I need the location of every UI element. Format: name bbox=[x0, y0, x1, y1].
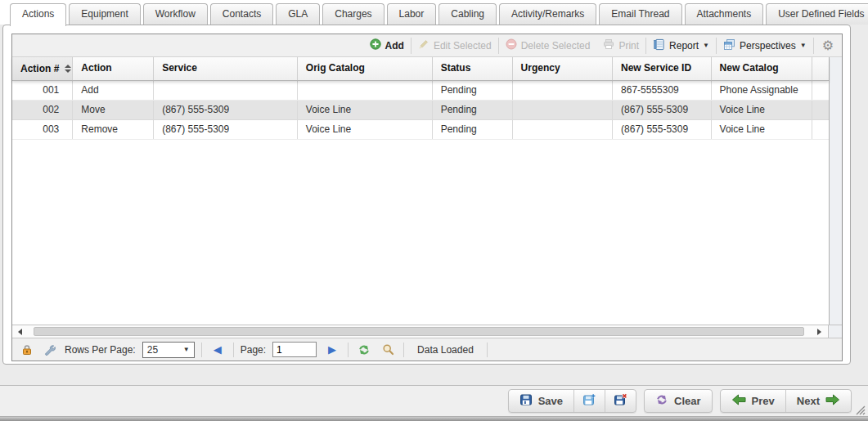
column-header-new-service-id[interactable]: New Service ID bbox=[613, 57, 712, 80]
save-and-close-button[interactable] bbox=[605, 390, 636, 412]
add-icon bbox=[370, 38, 381, 52]
edit-selected-button[interactable]: Edit Selected bbox=[412, 34, 498, 56]
cell-filler bbox=[812, 101, 829, 119]
edit-selected-label: Edit Selected bbox=[434, 40, 492, 52]
page-input[interactable] bbox=[272, 342, 317, 357]
cell-action: Remove bbox=[73, 120, 154, 139]
table-row[interactable]: 003 Remove (867) 555-5309 Voice Line Pen… bbox=[12, 120, 829, 140]
clear-button-label: Clear bbox=[674, 395, 701, 407]
tab-user-defined-fields[interactable]: User Defined Fields bbox=[766, 3, 868, 25]
tab-content-panel: Add Edit Selected Delete Selected bbox=[2, 25, 851, 365]
tab-labor[interactable]: Labor bbox=[387, 3, 437, 25]
pager-separator bbox=[348, 343, 349, 357]
save-icon bbox=[519, 393, 533, 409]
table-row[interactable]: 001 Add Pending 867-5555309 Phone Assign… bbox=[12, 81, 829, 101]
window-bottom-edge bbox=[0, 416, 868, 421]
grid-toolbar: Add Edit Selected Delete Selected bbox=[12, 34, 842, 57]
tab-activity-remarks[interactable]: Activity/Remarks bbox=[499, 3, 596, 25]
print-button[interactable]: Print bbox=[596, 34, 645, 56]
clear-button[interactable]: Clear bbox=[645, 390, 712, 412]
cell-action-num: 002 bbox=[12, 101, 73, 119]
grid-middle: Action # Action Service Orig Catalog Sta… bbox=[12, 57, 842, 325]
cell-action-num: 003 bbox=[12, 120, 73, 139]
perspectives-label: Perspectives bbox=[740, 40, 796, 52]
prev-button-label: Prev bbox=[752, 395, 775, 407]
next-page-arrow[interactable]: ▶ bbox=[323, 344, 341, 355]
tab-cabling[interactable]: Cabling bbox=[438, 3, 497, 25]
rows-per-page-select[interactable]: 25 ▼ bbox=[142, 342, 195, 358]
scroll-left-arrow[interactable] bbox=[18, 329, 22, 335]
cell-new-catalog: Voice Line bbox=[712, 120, 812, 139]
tab-equipment[interactable]: Equipment bbox=[69, 3, 140, 25]
grid-body: 001 Add Pending 867-5555309 Phone Assign… bbox=[12, 81, 829, 325]
delete-icon bbox=[506, 38, 517, 52]
save-button-group: Save bbox=[508, 389, 636, 413]
column-header-status[interactable]: Status bbox=[433, 57, 513, 80]
refresh-icon[interactable] bbox=[355, 343, 373, 356]
clear-icon bbox=[655, 393, 668, 409]
save-button[interactable]: Save bbox=[509, 390, 574, 412]
column-header-service[interactable]: Service bbox=[154, 57, 298, 80]
add-button[interactable]: Add bbox=[363, 34, 411, 56]
tab-actions[interactable]: Actions bbox=[10, 3, 66, 26]
cell-orig-catalog: Voice Line bbox=[298, 120, 433, 139]
column-header-urgency[interactable]: Urgency bbox=[513, 57, 613, 80]
tab-contacts[interactable]: Contacts bbox=[210, 3, 273, 25]
actions-grid: Add Edit Selected Delete Selected bbox=[11, 34, 843, 361]
gear-icon: ⚙ bbox=[822, 39, 834, 52]
save-and-new-button[interactable] bbox=[574, 390, 605, 412]
column-header-new-catalog[interactable]: New Catalog bbox=[712, 57, 812, 80]
tab-bar: Actions Equipment Workflow Contacts GLA … bbox=[10, 3, 868, 26]
tab-workflow[interactable]: Workflow bbox=[143, 3, 208, 25]
pager-separator bbox=[233, 343, 234, 357]
horizontal-scrollbar-thumb[interactable] bbox=[34, 327, 804, 336]
tab-charges[interactable]: Charges bbox=[322, 3, 384, 25]
pager-separator bbox=[201, 343, 202, 357]
cell-status: Pending bbox=[433, 101, 513, 119]
prev-next-button-group: Prev Next bbox=[720, 389, 852, 413]
wrench-icon[interactable] bbox=[42, 344, 58, 356]
report-icon bbox=[653, 38, 665, 53]
prev-page-arrow[interactable]: ◀ bbox=[209, 344, 227, 355]
delete-selected-button[interactable]: Delete Selected bbox=[499, 34, 597, 56]
cell-new-service-id: (867) 555-5309 bbox=[613, 120, 712, 139]
vertical-scrollbar-track[interactable] bbox=[829, 57, 842, 325]
horizontal-scrollbar bbox=[12, 325, 842, 338]
footer-button-bar: Save Clear Prev Next bbox=[0, 385, 868, 416]
cell-orig-catalog: Voice Line bbox=[298, 101, 433, 119]
rows-per-page-label: Rows Per Page: bbox=[65, 344, 136, 356]
cell-service: (867) 555-5309 bbox=[154, 101, 298, 119]
tab-email-thread[interactable]: Email Thread bbox=[599, 3, 681, 25]
save-close-icon bbox=[614, 393, 627, 409]
cell-service bbox=[154, 81, 298, 100]
grid-settings-button[interactable]: ⚙ bbox=[814, 34, 842, 56]
search-icon[interactable] bbox=[380, 343, 397, 356]
add-button-label: Add bbox=[385, 40, 404, 52]
page-label: Page: bbox=[241, 344, 266, 356]
save-plus-icon bbox=[582, 393, 596, 409]
cell-orig-catalog bbox=[298, 81, 433, 100]
perspectives-icon bbox=[723, 38, 735, 53]
lock-icon[interactable] bbox=[19, 344, 35, 356]
column-header-action[interactable]: Action bbox=[73, 57, 154, 80]
column-header-action-num[interactable]: Action # bbox=[12, 57, 73, 80]
cell-new-catalog: Phone Assignable bbox=[712, 81, 812, 100]
tab-attachments[interactable]: Attachments bbox=[685, 3, 764, 25]
prev-button[interactable]: Prev bbox=[721, 390, 786, 412]
report-label: Report bbox=[669, 40, 699, 52]
next-button[interactable]: Next bbox=[786, 390, 851, 412]
delete-selected-label: Delete Selected bbox=[521, 40, 591, 52]
cell-action: Add bbox=[73, 81, 154, 100]
table-row[interactable]: 002 Move (867) 555-5309 Voice Line Pendi… bbox=[12, 101, 829, 120]
cell-urgency bbox=[513, 101, 613, 119]
column-header-orig-catalog[interactable]: Orig Catalog bbox=[298, 57, 433, 80]
grid-table: Action # Action Service Orig Catalog Sta… bbox=[12, 57, 829, 325]
grid-header-row: Action # Action Service Orig Catalog Sta… bbox=[12, 57, 829, 81]
perspectives-dropdown-button[interactable]: Perspectives ▼ bbox=[717, 34, 813, 56]
column-header-filler bbox=[812, 57, 829, 80]
tab-gla[interactable]: GLA bbox=[276, 3, 320, 25]
cell-status: Pending bbox=[433, 120, 513, 139]
report-dropdown-button[interactable]: Report ▼ bbox=[646, 34, 716, 56]
save-button-label: Save bbox=[538, 395, 563, 407]
scroll-right-arrow[interactable] bbox=[817, 329, 821, 335]
